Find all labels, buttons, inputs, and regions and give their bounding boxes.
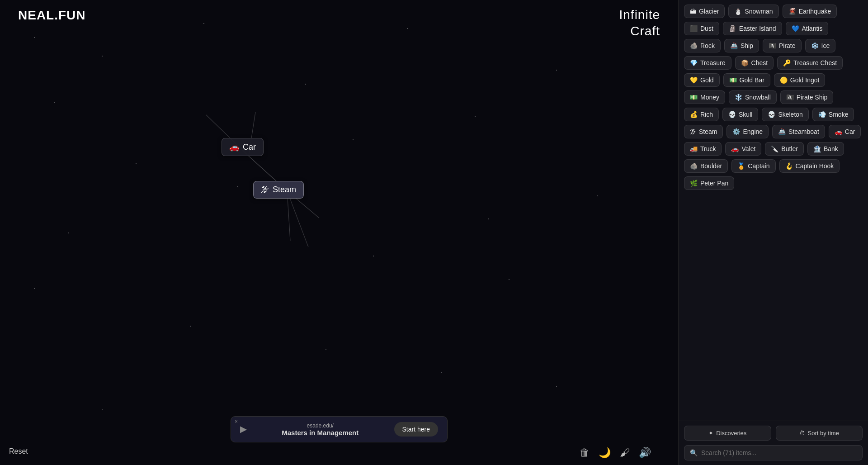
item-label: Gold <box>700 76 714 84</box>
discoveries-button[interactable]: ✦ Discoveries <box>684 426 771 441</box>
item-emoji: 🚢 <box>730 42 738 49</box>
sidebar-item-ice[interactable]: ❄️Ice <box>805 39 836 52</box>
item-emoji: 💀 <box>768 111 775 118</box>
sidebar-item-butler[interactable]: 🔪Butler <box>765 142 804 156</box>
item-label: Rich <box>700 111 713 118</box>
item-label: Captain Hook <box>796 162 834 170</box>
item-emoji: 🏔 <box>690 8 696 15</box>
sidebar-item-truck[interactable]: 🚚Truck <box>684 142 722 156</box>
sidebar-item-skull[interactable]: 💀Skull <box>722 108 758 121</box>
steam-emoji: 🌫 <box>261 185 269 195</box>
sidebar-item-valet[interactable]: 🚗Valet <box>725 142 761 156</box>
item-emoji: 🔪 <box>771 145 778 152</box>
sidebar-item-treasure-chest[interactable]: 🔑Treasure Chest <box>777 56 843 70</box>
item-label: Snowball <box>745 94 771 101</box>
search-bar[interactable]: 🔍 <box>684 445 863 460</box>
item-emoji: ⚙️ <box>732 128 740 135</box>
ad-close-button[interactable]: × <box>235 418 238 425</box>
sidebar-item-engine[interactable]: ⚙️Engine <box>726 125 769 138</box>
sidebar-item-gold[interactable]: 💛Gold <box>684 73 720 87</box>
item-label: Skeleton <box>778 111 802 118</box>
canvas-area[interactable]: NEAL.FUN Infinite Craft 🚗 Car 🌫 Steam Re… <box>0 0 678 465</box>
sidebar-item-gold-ingot[interactable]: 🟡Gold Ingot <box>774 73 826 87</box>
sidebar-item-gold-bar[interactable]: 💵Gold Bar <box>723 73 770 87</box>
item-label: Ship <box>741 42 753 49</box>
brush-icon[interactable]: 🖌 <box>620 447 630 459</box>
moon-icon[interactable]: 🌙 <box>599 447 611 459</box>
search-input[interactable] <box>701 449 857 456</box>
svg-line-5 <box>287 191 308 247</box>
sound-icon[interactable]: 🔊 <box>639 447 651 459</box>
sidebar-item-snowball[interactable]: ❄️Snowball <box>729 90 777 104</box>
discoveries-label: Discoveries <box>716 430 746 437</box>
item-label: Steamboat <box>788 128 819 135</box>
item-emoji: 🚚 <box>690 145 698 152</box>
sidebar-item-treasure[interactable]: 💎Treasure <box>684 56 731 70</box>
sidebar-item-ship[interactable]: 🚢Ship <box>724 39 759 52</box>
sidebar-item-boulder[interactable]: 🪨Boulder <box>684 159 728 173</box>
canvas-item-steam[interactable]: 🌫 Steam <box>253 181 304 199</box>
sidebar-item-pirate[interactable]: 🏴‍☠️Pirate <box>763 39 802 52</box>
sidebar-item-rich[interactable]: 💰Rich <box>684 108 719 121</box>
item-label: Smoke <box>829 111 849 118</box>
item-emoji: 💰 <box>690 111 698 118</box>
sidebar-item-peter-pan[interactable]: 🌿Peter Pan <box>684 176 734 190</box>
sidebar-item-easter-island[interactable]: 🗿Easter Island <box>723 22 782 35</box>
sidebar-item-earthquake[interactable]: 🌋Earthquake <box>783 5 837 18</box>
item-label: Ice <box>821 42 830 49</box>
ad-text: esade.edu/ Masters in Management <box>254 422 387 437</box>
item-label: Bank <box>824 145 838 152</box>
item-emoji: ⬛ <box>690 25 698 32</box>
item-label: Skull <box>739 111 752 118</box>
item-emoji: 🏅 <box>737 162 745 170</box>
sort-icon: ⏱ <box>799 430 805 437</box>
item-emoji: 📦 <box>741 59 749 66</box>
item-label: Pirate <box>779 42 796 49</box>
canvas-item-car[interactable]: 🚗 Car <box>222 138 264 156</box>
reset-button[interactable]: Reset <box>9 447 28 456</box>
sort-label: Sort by time <box>808 430 839 437</box>
sidebar-item-chest[interactable]: 📦Chest <box>735 56 774 70</box>
trash-icon[interactable]: 🗑 <box>580 447 590 459</box>
game-title: Infinite Craft <box>619 6 660 39</box>
sidebar-item-steam[interactable]: 🌫Steam <box>684 125 723 138</box>
item-emoji: 💵 <box>729 76 737 84</box>
discoveries-icon: ✦ <box>708 430 713 437</box>
sidebar-item-bank[interactable]: 🏦Bank <box>807 142 844 156</box>
item-emoji: 🏴‍☠️ <box>769 42 776 49</box>
sidebar-item-money[interactable]: 💵Money <box>684 90 725 104</box>
item-label: Chest <box>751 59 768 66</box>
sidebar-item-steamboat[interactable]: 🚢Steamboat <box>772 125 825 138</box>
sidebar-item-pirate-ship[interactable]: 🏴‍☠️Pirate Ship <box>780 90 833 104</box>
sidebar-item-snowman[interactable]: ⛄Snowman <box>728 5 778 18</box>
item-label: Truck <box>700 145 716 152</box>
sidebar-item-dust[interactable]: ⬛Dust <box>684 22 719 35</box>
ad-arrow: ▶ <box>240 424 246 434</box>
car-emoji: 🚗 <box>229 142 239 152</box>
sidebar-item-captain[interactable]: 🏅Captain <box>731 159 775 173</box>
sort-button[interactable]: ⏱ Sort by time <box>776 426 863 441</box>
sidebar-item-skeleton[interactable]: 💀Skeleton <box>762 108 808 121</box>
item-emoji: 🚗 <box>835 128 842 135</box>
item-label: Treasure <box>700 59 726 66</box>
sidebar-item-captain-hook[interactable]: 🪝Captain Hook <box>779 159 840 173</box>
sidebar-item-glacier[interactable]: 🏔Glacier <box>684 5 725 18</box>
item-emoji: 💀 <box>728 111 736 118</box>
sidebar-item-atlantis[interactable]: 💙Atlantis <box>786 22 829 35</box>
sidebar-actions: ✦ Discoveries ⏱ Sort by time <box>684 426 863 441</box>
bottom-icons: 🗑 🌙 🖌 🔊 <box>580 447 651 459</box>
item-label: Boulder <box>700 162 722 170</box>
sidebar: 🏔Glacier⛄Snowman🌋Earthquake⬛Dust🗿Easter … <box>678 0 868 465</box>
item-emoji: 🚗 <box>731 145 739 152</box>
ad-cta-button[interactable]: Start here <box>394 422 438 437</box>
sidebar-item-rock[interactable]: 🪨Rock <box>684 39 721 52</box>
item-emoji: 🟡 <box>780 76 788 84</box>
item-emoji: 💛 <box>690 76 698 84</box>
item-label: Car <box>845 128 855 135</box>
item-label: Earthquake <box>799 8 831 15</box>
sidebar-item-car[interactable]: 🚗Car <box>829 125 861 138</box>
sidebar-item-smoke[interactable]: 💨Smoke <box>812 108 854 121</box>
item-label: Easter Island <box>739 25 776 32</box>
sidebar-items-list: 🏔Glacier⛄Snowman🌋Earthquake⬛Dust🗿Easter … <box>679 0 868 421</box>
item-label: Captain <box>748 162 769 170</box>
